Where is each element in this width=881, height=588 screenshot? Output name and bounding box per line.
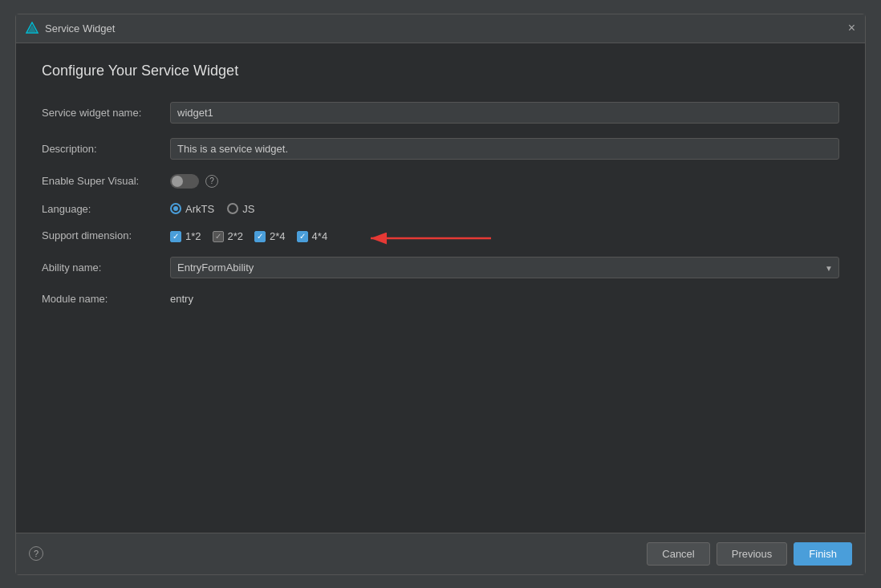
support-dimension-control: 1*2 2*2 2*4 4*4 [170,229,839,243]
service-widget-name-label: Service widget name: [42,107,170,119]
dialog-title: Service Widget [45,22,115,34]
red-arrow-annotation [347,222,507,254]
dialog-body: Configure Your Service Widget Service wi… [16,43,865,533]
super-visual-toggle[interactable] [170,174,199,189]
description-input[interactable] [170,138,839,160]
language-arkts-option[interactable]: ArkTS [170,203,214,215]
dimension-4x4-checkbox [297,231,308,242]
language-label: Language: [42,203,170,215]
close-button[interactable]: × [848,22,855,34]
js-radio-circle [227,203,238,214]
module-name-label: Module name: [42,293,170,305]
arkts-radio-label: ArkTS [185,203,214,215]
support-dimension-row: Support dimension: 1*2 2*2 [42,229,839,243]
dimension-1x2-label: 1*2 [185,230,201,242]
dialog-footer: ? Cancel Previous Finish [16,533,865,574]
dimension-2x4-label: 2*4 [270,230,286,242]
support-dimension-label: Support dimension: [42,229,170,241]
dimension-2x4-checkbox [254,231,266,242]
footer-left: ? [29,546,43,561]
title-bar-left: Service Widget [26,22,115,34]
dimension-1x2-checkbox [170,231,181,242]
ability-name-select-wrap: EntryFormAbility ▼ [170,257,839,278]
app-logo-icon [26,22,39,34]
service-widget-name-row: Service widget name: [42,102,839,124]
toggle-thumb [172,176,183,187]
dimension-4x4[interactable]: 4*4 [297,230,328,242]
finish-button[interactable]: Finish [794,542,852,566]
language-control: ArkTS JS [170,203,839,215]
description-control [170,138,839,160]
language-js-option[interactable]: JS [227,203,254,215]
ability-name-row: Ability name: EntryFormAbility ▼ [42,257,839,278]
arkts-radio-circle [170,203,181,214]
cancel-button[interactable]: Cancel [647,542,709,566]
service-widget-name-input[interactable] [170,102,839,124]
ability-name-select[interactable]: EntryFormAbility [170,257,839,278]
language-row: Language: ArkTS JS [42,203,839,215]
module-name-row: Module name: entry [42,293,839,305]
service-widget-name-control [170,102,839,124]
dimension-2x4[interactable]: 2*4 [254,230,286,242]
description-label: Description: [42,143,170,155]
dimension-2x2-checkbox [213,231,224,242]
description-row: Description: [42,138,839,160]
super-visual-row: Enable Super Visual: ? [42,174,839,189]
dialog: Service Widget × Configure Your Service … [15,14,866,575]
super-visual-help-icon[interactable]: ? [205,175,218,188]
module-name-text: entry [170,293,193,305]
ability-name-label: Ability name: [42,262,170,274]
js-radio-label: JS [242,203,254,215]
dialog-heading: Configure Your Service Widget [42,63,839,79]
dimension-2x2-label: 2*2 [228,230,244,242]
footer-help-icon[interactable]: ? [29,546,43,561]
footer-right: Cancel Previous Finish [647,542,852,566]
module-name-value: entry [170,293,839,305]
previous-button[interactable]: Previous [717,542,788,566]
ability-name-control: EntryFormAbility ▼ [170,257,839,278]
title-bar: Service Widget × [16,14,865,43]
dimension-4x4-label: 4*4 [312,230,328,242]
super-visual-control: ? [170,174,839,189]
dimension-1x2[interactable]: 1*2 [170,230,201,242]
dimension-2x2[interactable]: 2*2 [213,230,244,242]
dimension-checkbox-group: 1*2 2*2 2*4 4*4 [170,230,327,242]
super-visual-label: Enable Super Visual: [42,175,170,187]
